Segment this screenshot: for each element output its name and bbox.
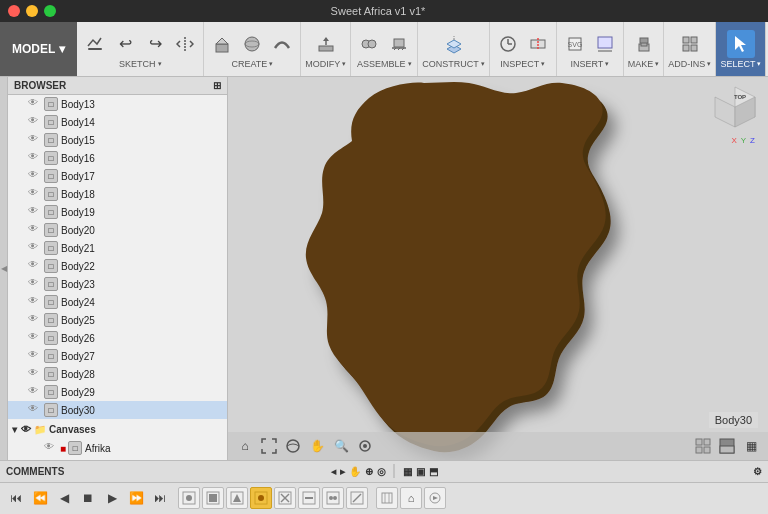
look-at-icon[interactable]	[354, 435, 376, 457]
play-back-button[interactable]: ◀	[54, 488, 74, 508]
visibility-icon[interactable]: 👁	[28, 385, 42, 399]
list-item[interactable]: 👁 □ Body26	[8, 329, 227, 347]
addins-group[interactable]: ADD-INS ▾	[664, 22, 716, 76]
keyframe-icon-5[interactable]	[274, 487, 296, 509]
canvases-section[interactable]: ▾ 👁 📁 Canvases	[8, 419, 227, 439]
list-item[interactable]: 👁 □ Body20	[8, 221, 227, 239]
grid2-icon[interactable]: ▦	[403, 466, 412, 477]
play-forward-button[interactable]: ▶	[102, 488, 122, 508]
addins-icon[interactable]	[676, 30, 704, 58]
construct-group[interactable]: CONSTRUCT ▾	[418, 22, 490, 76]
keyframe-icon-1[interactable]	[178, 487, 200, 509]
press-pull-icon[interactable]	[312, 30, 340, 58]
next-icon[interactable]: ▸	[340, 466, 345, 477]
extrude-icon[interactable]	[208, 30, 236, 58]
canvas-icon[interactable]	[591, 30, 619, 58]
mirror-icon[interactable]	[171, 30, 199, 58]
visibility-icon[interactable]: 👁	[28, 187, 42, 201]
visibility-icon[interactable]: 👁	[44, 441, 58, 455]
home-icon[interactable]: ⌂	[234, 435, 256, 457]
maximize-button[interactable]	[44, 5, 56, 17]
minimize-button[interactable]	[26, 5, 38, 17]
visibility-icon[interactable]: 👁	[21, 424, 31, 435]
view-cube[interactable]: TOP X Y Z	[705, 85, 760, 140]
list-item[interactable]: 👁 □ Body17	[8, 167, 227, 185]
assemble-group[interactable]: ASSEMBLE ▾	[351, 22, 418, 76]
comments-settings-icon[interactable]: ⚙	[753, 466, 762, 477]
modify-group[interactable]: MODIFY ▾	[301, 22, 351, 76]
visibility-icon[interactable]: 👁	[28, 313, 42, 327]
list-item[interactable]: 👁 □ Body27	[8, 347, 227, 365]
keyframe-icon-7[interactable]	[322, 487, 344, 509]
keyframe-icon-4[interactable]	[250, 487, 272, 509]
undo-icon[interactable]: ↩	[111, 30, 139, 58]
select-icon[interactable]	[727, 30, 755, 58]
list-item[interactable]: 👁 □ Body18	[8, 185, 227, 203]
visibility-icon[interactable]: 👁	[28, 241, 42, 255]
close-button[interactable]	[8, 5, 20, 17]
orbit-icon[interactable]	[282, 435, 304, 457]
sketch-group[interactable]: ↩ ↪ SKETCH ▾	[77, 22, 204, 76]
list-item[interactable]: 👁 □ Body16	[8, 149, 227, 167]
render-icon[interactable]: ▣	[416, 466, 425, 477]
zoom-icon[interactable]: 🔍	[330, 435, 352, 457]
redo-icon[interactable]: ↪	[141, 30, 169, 58]
visibility-icon[interactable]: 👁	[28, 349, 42, 363]
3dprint-icon[interactable]	[630, 30, 658, 58]
make-group[interactable]: MAKE ▾	[624, 22, 665, 76]
timeline-extra-2[interactable]: ⌂	[400, 487, 422, 509]
stop-button[interactable]: ⏹	[78, 488, 98, 508]
visibility-icon[interactable]: 👁	[28, 295, 42, 309]
visibility-icon[interactable]: 👁	[28, 223, 42, 237]
list-item[interactable]: 👁 □ Body28	[8, 365, 227, 383]
look-icon[interactable]: ◎	[377, 466, 386, 477]
keyframe-icon-2[interactable]	[202, 487, 224, 509]
goto-end-button[interactable]: ⏭	[150, 488, 170, 508]
visibility-icon[interactable]: 👁	[28, 403, 42, 417]
section-analysis-icon[interactable]	[524, 30, 552, 58]
step-forward-button[interactable]: ⏩	[126, 488, 146, 508]
grid-view-icon[interactable]	[692, 435, 714, 457]
viewport[interactable]: TOP X Y Z ⌂	[228, 77, 768, 460]
list-item[interactable]: 👁 □ Body14	[8, 113, 227, 131]
display-mode-icon[interactable]: ▦	[740, 435, 762, 457]
display2-icon[interactable]: ⬒	[429, 466, 438, 477]
list-item[interactable]: 👁 ■ □ Afrika	[8, 439, 227, 457]
visibility-icon[interactable]: 👁	[28, 133, 42, 147]
browser-expand-icon[interactable]: ⊞	[213, 80, 221, 91]
offset-plane-icon[interactable]	[440, 30, 468, 58]
timeline-extra-1[interactable]	[376, 487, 398, 509]
joint-icon[interactable]	[355, 30, 383, 58]
list-item[interactable]: 👁 □ Body13	[8, 95, 227, 113]
list-item[interactable]: 👁 □ Body29	[8, 383, 227, 401]
visibility-icon[interactable]: 👁	[28, 169, 42, 183]
visibility-icon[interactable]: 👁	[28, 97, 42, 111]
inspect-group[interactable]: INSPECT ▾	[490, 22, 557, 76]
list-item[interactable]: 👁 □ Body23	[8, 275, 227, 293]
visibility-icon[interactable]: 👁	[28, 367, 42, 381]
list-item[interactable]: 👁 □ Body21	[8, 239, 227, 257]
pan2-icon[interactable]: ✋	[349, 466, 361, 477]
ground-icon[interactable]	[385, 30, 413, 58]
sketch-icon[interactable]	[81, 30, 109, 58]
insert-svg-icon[interactable]: SVG	[561, 30, 589, 58]
keyframe-icon-3[interactable]	[226, 487, 248, 509]
list-item[interactable]: 👁 □ Body15	[8, 131, 227, 149]
list-item[interactable]: 👁 □ Body30	[8, 401, 227, 419]
visibility-icon[interactable]: 👁	[28, 205, 42, 219]
create-group[interactable]: CREATE ▾	[204, 22, 301, 76]
keyframe-icon-8[interactable]	[346, 487, 368, 509]
list-item[interactable]: 👁 □ Body19	[8, 203, 227, 221]
insert-group[interactable]: SVG INSERT ▾	[557, 22, 624, 76]
list-item[interactable]: 👁 □ Body25	[8, 311, 227, 329]
step-back-button[interactable]: ⏪	[30, 488, 50, 508]
timeline-extra-3[interactable]	[424, 487, 446, 509]
list-item[interactable]: 👁 □ Body22	[8, 257, 227, 275]
prev-icon[interactable]: ◂	[331, 466, 336, 477]
pan-icon[interactable]: ✋	[306, 435, 328, 457]
model-menu[interactable]: MODEL ▾	[0, 22, 77, 76]
shading-icon[interactable]	[716, 435, 738, 457]
sphere-icon[interactable]	[238, 30, 266, 58]
goto-start-button[interactable]: ⏮	[6, 488, 26, 508]
keyframe-icon-6[interactable]	[298, 487, 320, 509]
